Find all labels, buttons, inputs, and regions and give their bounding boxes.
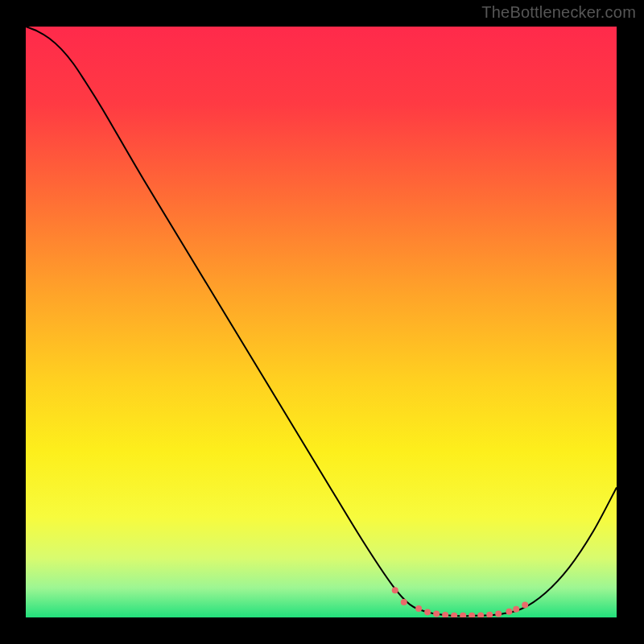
marker-point: [495, 611, 502, 617]
marker-point: [401, 599, 407, 605]
chart-plot: [26, 27, 617, 617]
marker-point: [506, 609, 512, 615]
marker-point: [433, 611, 440, 617]
marker-point: [424, 609, 431, 615]
chart-stage: { "watermark": "TheBottlenecker.com", "c…: [0, 0, 644, 644]
chart-background: [26, 27, 617, 617]
marker-point: [415, 605, 422, 612]
marker-point: [392, 587, 398, 593]
watermark-label: TheBottlenecker.com: [481, 3, 636, 22]
marker-point: [513, 606, 519, 613]
marker-point: [522, 602, 528, 609]
